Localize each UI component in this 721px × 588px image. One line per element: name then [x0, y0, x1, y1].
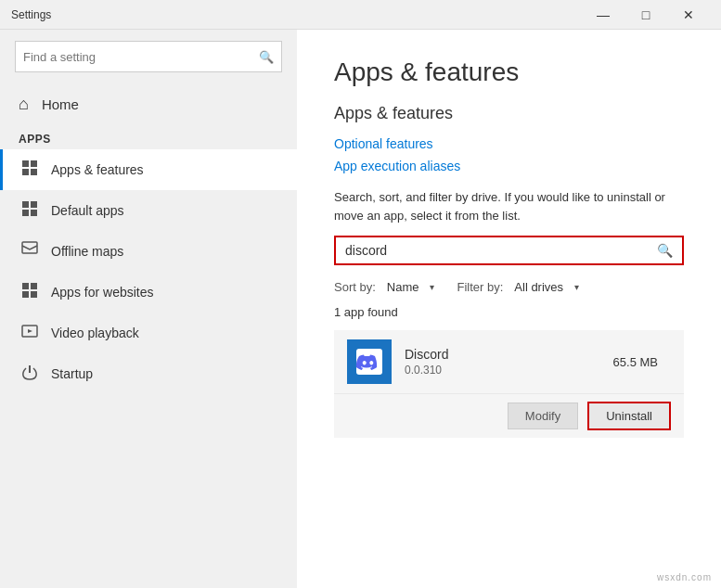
sort-chevron-icon: ▾ — [430, 282, 434, 292]
page-main-title: Apps & features — [334, 58, 684, 87]
app-size: 65.5 MB — [613, 355, 658, 369]
svg-rect-12 — [31, 291, 37, 298]
startup-label: Startup — [51, 366, 93, 381]
watermark: wsxdn.com — [657, 572, 712, 582]
sidebar-item-apps-features[interactable]: Apps & features — [0, 149, 297, 190]
sidebar-item-startup[interactable]: Startup — [0, 353, 297, 394]
apps-websites-label: Apps for websites — [51, 285, 154, 300]
svg-rect-11 — [22, 291, 29, 298]
app-action-buttons: Modify Uninstall — [334, 394, 684, 438]
video-playback-label: Video playback — [51, 326, 139, 340]
sidebar-item-video-playback[interactable]: Video playback — [0, 313, 297, 353]
sidebar-search-icon: 🔍 — [259, 50, 274, 64]
svg-rect-5 — [31, 201, 37, 208]
minimize-button[interactable]: — — [582, 0, 624, 30]
sort-label: Sort by: — [334, 280, 376, 294]
modify-button[interactable]: Modify — [508, 403, 578, 429]
filter-chevron-icon: ▾ — [574, 282, 579, 292]
optional-features-link[interactable]: Optional features — [334, 136, 684, 151]
sidebar: 🔍 ⌂ Home Apps Apps & features — [0, 30, 297, 588]
titlebar-controls: — □ ✕ — [582, 0, 710, 30]
filter-row: Sort by: Name ▾ Filter by: All drives ▾ — [334, 280, 684, 294]
filter-label: Filter by: — [457, 280, 503, 294]
titlebar: Settings — □ ✕ — [0, 0, 721, 30]
offline-maps-label: Offline maps — [51, 244, 123, 259]
close-button[interactable]: ✕ — [667, 0, 710, 30]
svg-rect-4 — [22, 201, 29, 208]
default-apps-icon — [21, 200, 38, 221]
video-playback-icon — [21, 323, 38, 343]
svg-rect-10 — [31, 283, 37, 289]
discord-app-icon — [353, 345, 386, 378]
page-sub-title: Apps & features — [334, 104, 684, 123]
table-row[interactable]: Discord 0.0.310 65.5 MB — [334, 330, 684, 394]
svg-rect-1 — [31, 160, 37, 167]
svg-rect-2 — [22, 169, 29, 175]
default-apps-label: Default apps — [51, 203, 124, 218]
sidebar-item-offline-maps[interactable]: Offline maps — [0, 231, 297, 272]
filter-value: All drives — [514, 280, 563, 294]
sort-value: Name — [387, 280, 419, 294]
titlebar-title: Settings — [11, 8, 51, 21]
app-info: Discord 0.0.310 — [405, 347, 613, 377]
sort-filter[interactable]: Sort by: Name ▾ — [334, 280, 434, 294]
apps-found-count: 1 app found — [334, 305, 684, 319]
sidebar-home-label: Home — [42, 96, 79, 112]
svg-rect-0 — [22, 160, 29, 167]
svg-rect-7 — [31, 210, 37, 216]
uninstall-button[interactable]: Uninstall — [587, 402, 671, 430]
apps-features-label: Apps & features — [51, 162, 144, 177]
maximize-button[interactable]: □ — [624, 0, 667, 30]
app-search-input[interactable] — [345, 243, 657, 258]
svg-marker-14 — [28, 329, 32, 333]
app-name: Discord — [405, 347, 613, 362]
app-search-icon: 🔍 — [657, 243, 673, 258]
apps-features-icon — [21, 160, 38, 180]
content-area: Apps & features Apps & features Optional… — [297, 30, 721, 588]
drive-filter[interactable]: Filter by: All drives ▾ — [457, 280, 579, 294]
sidebar-item-default-apps[interactable]: Default apps — [0, 190, 297, 231]
sidebar-search-box[interactable]: 🔍 — [15, 41, 282, 72]
startup-icon — [21, 364, 38, 384]
apps-websites-icon — [21, 282, 38, 302]
sidebar-item-apps-websites[interactable]: Apps for websites — [0, 272, 297, 313]
home-icon: ⌂ — [19, 95, 29, 114]
svg-rect-6 — [22, 210, 29, 216]
svg-rect-9 — [22, 283, 29, 289]
main-layout: 🔍 ⌂ Home Apps Apps & features — [0, 30, 721, 588]
sidebar-item-home[interactable]: ⌂ Home — [0, 83, 297, 125]
offline-maps-icon — [21, 241, 38, 262]
app-execution-link[interactable]: App execution aliases — [334, 159, 684, 173]
app-version: 0.0.310 — [405, 364, 613, 377]
app-list: Discord 0.0.310 65.5 MB Modify Uninstall — [334, 330, 684, 438]
content-description: Search, sort, and filter by drive. If yo… — [334, 188, 684, 224]
app-icon-box — [347, 339, 392, 384]
sidebar-section-label: Apps — [0, 125, 297, 149]
app-search-box[interactable]: 🔍 — [334, 236, 684, 265]
sidebar-search-input[interactable] — [23, 50, 259, 64]
svg-rect-3 — [31, 169, 37, 175]
